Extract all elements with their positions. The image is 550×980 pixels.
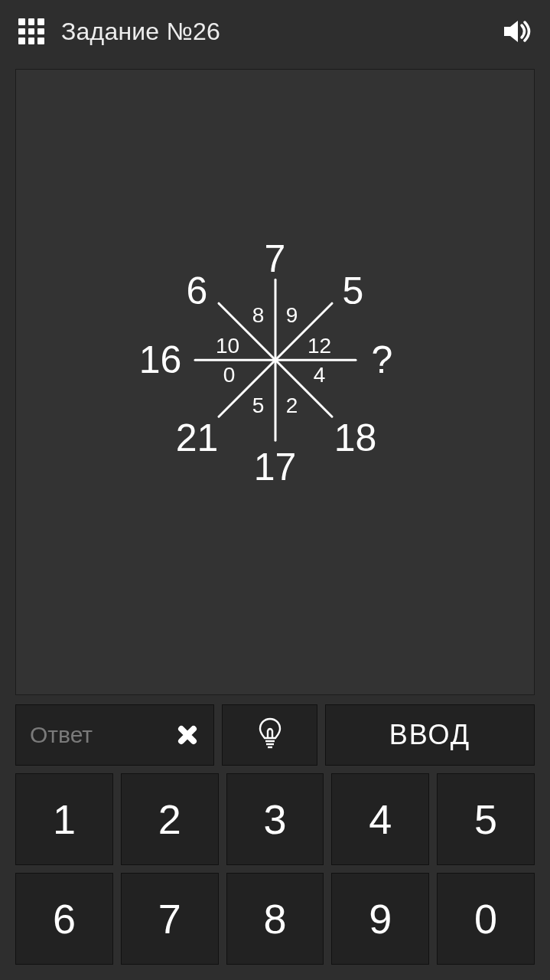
inner-wd: 0	[223, 363, 236, 387]
inner-wu: 10	[216, 334, 239, 358]
key-0[interactable]: 0	[437, 873, 535, 965]
puzzle-diagram: 7 5 ? 18 17 21 16 6 8 9 12 4 2 5 0 10	[138, 222, 413, 498]
input-row: Ответ ВВОД	[0, 695, 550, 773]
outer-e: ?	[372, 338, 393, 382]
enter-label: ВВОД	[389, 719, 470, 751]
inner-ed: 4	[314, 363, 326, 387]
header-bar: Задание №26	[0, 0, 550, 63]
puzzle-area: 7 5 ? 18 17 21 16 6 8 9 12 4 2 5 0 10	[15, 69, 535, 695]
key-1[interactable]: 1	[15, 773, 113, 865]
menu-grid-icon[interactable]	[18, 18, 44, 44]
sound-icon[interactable]	[504, 19, 532, 44]
page-title: Задание №26	[61, 18, 504, 46]
enter-button[interactable]: ВВОД	[325, 704, 535, 766]
clear-icon[interactable]	[175, 723, 200, 747]
lightbulb-icon	[257, 717, 283, 753]
outer-w: 16	[139, 338, 182, 382]
key-2[interactable]: 2	[121, 773, 219, 865]
key-3[interactable]: 3	[226, 773, 324, 865]
inner-sr: 2	[286, 394, 298, 418]
outer-s: 17	[254, 445, 297, 489]
key-5[interactable]: 5	[437, 773, 535, 865]
key-7[interactable]: 7	[121, 873, 219, 965]
hint-button[interactable]	[222, 704, 317, 766]
key-8[interactable]: 8	[226, 873, 324, 965]
inner-eu: 12	[308, 334, 331, 358]
key-9[interactable]: 9	[331, 873, 429, 965]
outer-se: 18	[334, 416, 377, 460]
outer-ne: 5	[343, 269, 364, 313]
answer-placeholder: Ответ	[30, 722, 93, 748]
outer-sw: 21	[176, 416, 219, 460]
outer-n: 7	[265, 237, 286, 281]
key-6[interactable]: 6	[15, 873, 113, 965]
inner-sl: 5	[252, 394, 265, 418]
outer-nw: 6	[187, 269, 208, 313]
inner-nl: 8	[252, 303, 265, 328]
inner-nr: 9	[286, 303, 298, 328]
answer-input[interactable]: Ответ	[15, 704, 214, 766]
numeric-keypad: 1 2 3 4 5 6 7 8 9 0	[0, 773, 550, 980]
key-4[interactable]: 4	[331, 773, 429, 865]
